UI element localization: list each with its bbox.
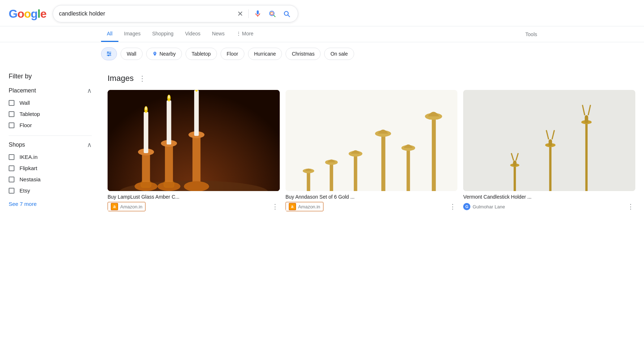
image-placeholder-3 — [463, 90, 635, 191]
tab-images[interactable]: Images — [118, 26, 147, 42]
search-input[interactable] — [59, 10, 233, 17]
svg-line-2 — [274, 15, 275, 17]
sidebar: Filter by Placement ∧ Wall Tabletop Floo… — [9, 73, 99, 212]
card-3-more-button[interactable]: ⋮ — [626, 201, 635, 212]
card-1-more-button[interactable]: ⋮ — [270, 201, 280, 212]
flipkart-label: Flipkart — [19, 165, 37, 171]
card-3-source[interactable]: G Gulmohar Lane — [463, 203, 505, 210]
filter-item-etsy[interactable]: Etsy — [9, 187, 92, 194]
gold-sticks-svg — [286, 90, 458, 191]
svg-point-9 — [108, 55, 109, 56]
svg-point-8 — [109, 53, 111, 55]
image-placeholder-2 — [286, 90, 458, 191]
tab-shopping[interactable]: Shopping — [146, 26, 179, 42]
lens-search-button[interactable] — [267, 8, 278, 19]
card-2-more-button[interactable]: ⋮ — [448, 201, 457, 212]
tabletop-label: Tabletop — [19, 111, 40, 117]
google-logo[interactable]: Google — [9, 7, 46, 21]
card-1-source-row: a Amazon.in ⋮ — [108, 201, 280, 212]
chip-wall[interactable]: Wall — [121, 48, 143, 60]
logo-o1: o — [17, 7, 24, 21]
svg-rect-28 — [194, 90, 199, 136]
images-section-title: Images — [108, 74, 134, 83]
chip-on-sale[interactable]: On sale — [324, 48, 354, 60]
svg-point-3 — [270, 12, 271, 13]
candle-image-svg — [108, 90, 280, 191]
card-3-caption: Vermont Candlestick Holder ... — [463, 194, 635, 200]
image-card-2[interactable]: Buy Anndason Set of 6 Gold ... a Amazon.… — [286, 90, 458, 212]
placement-title: Placement — [9, 87, 36, 94]
tabletop-checkbox[interactable] — [9, 111, 14, 117]
ikea-label: IKEA.in — [19, 154, 38, 160]
chip-tabletop[interactable]: Tabletop — [186, 48, 217, 60]
filter-icon-chip[interactable] — [101, 47, 117, 60]
clear-button[interactable]: ✕ — [236, 8, 245, 20]
svg-rect-25 — [192, 135, 200, 186]
image-card-3[interactable]: Vermont Candlestick Holder ... G Gulmoha… — [463, 90, 635, 212]
card-1-source[interactable]: a Amazon.in — [108, 202, 145, 211]
tab-videos[interactable]: Videos — [179, 26, 206, 42]
etsy-checkbox[interactable] — [9, 188, 14, 194]
svg-rect-58 — [549, 146, 552, 191]
images-more-options-button[interactable]: ⋮ — [137, 73, 147, 84]
ikea-checkbox[interactable] — [9, 154, 14, 160]
logo-o2: o — [24, 7, 31, 21]
shops-section: Shops ∧ IKEA.in Flipkart Nestasia Etsy — [9, 141, 92, 194]
shops-chevron-icon: ∧ — [87, 141, 92, 149]
svg-rect-60 — [549, 139, 552, 146]
filter-item-tabletop[interactable]: Tabletop — [9, 111, 92, 117]
floor-checkbox[interactable] — [9, 122, 14, 128]
search-bar: ✕ — [53, 5, 298, 22]
card-3-source-name: Gulmohar Lane — [473, 204, 505, 209]
filter-item-floor[interactable]: Floor — [9, 122, 92, 128]
filter-chips-row: Wall Nearby Tabletop Floor Hurricane Chr… — [0, 42, 644, 65]
chip-christmas[interactable]: Christmas — [286, 48, 321, 60]
search-submit-button[interactable] — [281, 8, 292, 19]
location-icon — [152, 51, 157, 56]
images-section-header: Images ⋮ — [108, 73, 635, 84]
filter-by-label: Filter by — [9, 73, 92, 80]
chip-hurricane[interactable]: Hurricane — [248, 48, 282, 60]
close-icon: ✕ — [237, 9, 243, 18]
see-more-link[interactable]: See 7 more — [9, 201, 92, 207]
svg-point-7 — [107, 52, 109, 53]
tools-tab[interactable]: Tools — [519, 27, 543, 42]
filter-item-nestasia[interactable]: Nestasia — [9, 176, 92, 182]
content-area: Images ⋮ — [99, 73, 644, 212]
filter-item-flipkart[interactable]: Flipkart — [9, 165, 92, 171]
svg-rect-16 — [144, 112, 148, 153]
chip-floor[interactable]: Floor — [221, 48, 244, 60]
svg-rect-35 — [306, 172, 310, 191]
filter-item-wall[interactable]: Wall — [9, 100, 92, 106]
tab-news[interactable]: News — [206, 26, 230, 42]
image-card-1[interactable]: Buy LampLust Glass Amber C... a Amazon.i… — [108, 90, 280, 212]
etsy-label: Etsy — [19, 187, 30, 194]
svg-rect-19 — [165, 143, 173, 186]
svg-rect-54 — [514, 166, 516, 191]
slim-sticks-svg — [463, 90, 635, 191]
placement-chevron-icon: ∧ — [87, 87, 92, 95]
flipkart-checkbox[interactable] — [9, 165, 14, 171]
nestasia-checkbox[interactable] — [9, 177, 14, 182]
logo-e: e — [40, 7, 46, 21]
placement-section-header[interactable]: Placement ∧ — [9, 87, 92, 95]
svg-rect-31 — [141, 181, 151, 187]
gulmohar-icon: G — [463, 203, 470, 210]
image-thumb-1 — [108, 90, 280, 191]
header: Google ✕ — [0, 0, 644, 26]
mic-icon — [254, 10, 262, 18]
wall-checkbox[interactable] — [9, 100, 14, 106]
svg-rect-44 — [381, 135, 385, 191]
filter-item-ikea[interactable]: IKEA.in — [9, 154, 92, 160]
shops-section-header[interactable]: Shops ∧ — [9, 141, 92, 149]
tab-more[interactable]: ⋮ More — [230, 26, 259, 42]
search-divider — [248, 9, 249, 18]
voice-search-button[interactable] — [252, 8, 263, 19]
tab-all[interactable]: All — [101, 26, 118, 42]
card-1-caption: Buy LampLust Glass Amber C... — [108, 194, 280, 200]
sidebar-divider — [9, 135, 92, 136]
card-2-source[interactable]: a Amazon.in — [286, 202, 323, 211]
chip-nearby[interactable]: Nearby — [146, 48, 182, 60]
card-2-caption: Buy Anndason Set of 6 Gold ... — [286, 194, 458, 200]
lens-icon — [268, 10, 276, 18]
